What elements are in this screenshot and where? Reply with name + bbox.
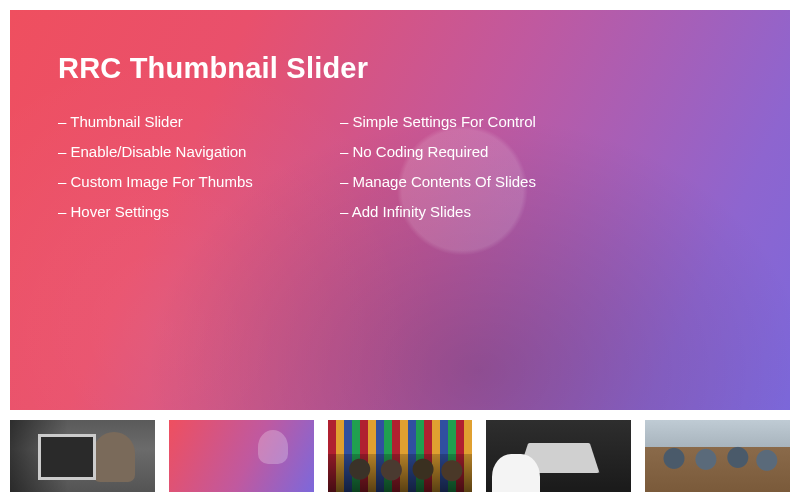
thumbnail-strip bbox=[0, 420, 800, 492]
thumbnail-1[interactable] bbox=[10, 420, 155, 492]
feature-item: No Coding Required bbox=[340, 143, 598, 160]
feature-columns: Thumbnail Slider Enable/Disable Navigati… bbox=[58, 113, 742, 220]
feature-item: Thumbnail Slider bbox=[58, 113, 316, 130]
feature-item: Hover Settings bbox=[58, 203, 316, 220]
thumbnail-2[interactable] bbox=[169, 420, 314, 492]
feature-item: Enable/Disable Navigation bbox=[58, 143, 316, 160]
feature-item: Custom Image For Thumbs bbox=[58, 173, 316, 190]
thumbnail-4[interactable] bbox=[486, 420, 631, 492]
feature-item: Simple Settings For Control bbox=[340, 113, 598, 130]
feature-item: Add Infinity Slides bbox=[340, 203, 598, 220]
thumbnail-3[interactable] bbox=[328, 420, 473, 492]
feature-column-1: Thumbnail Slider Enable/Disable Navigati… bbox=[58, 113, 316, 220]
thumbnail-5[interactable] bbox=[645, 420, 790, 492]
hero-slide: RRC Thumbnail Slider Thumbnail Slider En… bbox=[10, 10, 790, 410]
hero-title: RRC Thumbnail Slider bbox=[58, 52, 742, 85]
feature-item: Manage Contents Of Slides bbox=[340, 173, 598, 190]
feature-column-2: Simple Settings For Control No Coding Re… bbox=[340, 113, 598, 220]
